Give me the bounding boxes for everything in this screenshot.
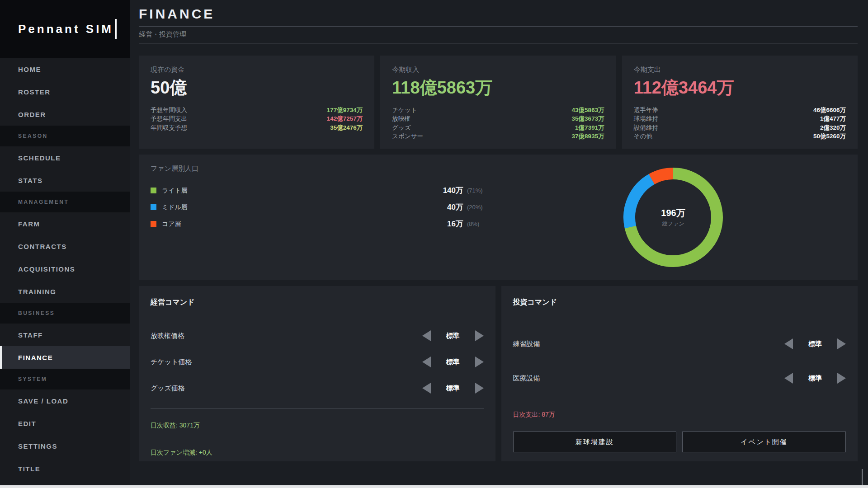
investment-card-title: 投資コマンド xyxy=(513,298,846,307)
sidebar-item-order[interactable]: ORDER xyxy=(0,103,130,126)
stepper-control: 標準 xyxy=(422,383,484,394)
fan-demographics-card: ファン層別人口 ライト層140万(71%)ミドル層40万(20%)コア層16万(… xyxy=(139,155,858,280)
sidebar-item-finance[interactable]: FINANCE xyxy=(0,346,130,369)
stepper-increase-icon[interactable] xyxy=(837,373,846,384)
command-button-2[interactable]: イベント開催 xyxy=(682,432,846,452)
legend-row: ミドル層40万(20%) xyxy=(151,199,491,216)
sidebar-item-schedule[interactable]: SCHEDULE xyxy=(0,146,130,169)
detail-row-label: 予想年間支出 xyxy=(151,114,187,123)
stepper-control: 標準 xyxy=(784,373,846,384)
horizontal-scrollbar[interactable] xyxy=(0,485,868,488)
management-steppers: 放映権価格標準チケット価格標準グッズ価格標準 xyxy=(151,329,484,395)
total-fans-label: 総ファン xyxy=(662,220,684,228)
legend-percent: (71%) xyxy=(467,187,491,194)
detail-row: 予想年間支出142億7257万 xyxy=(151,114,363,123)
sidebar-item-staff[interactable]: STAFF xyxy=(0,324,130,346)
legend-percent: (8%) xyxy=(467,221,491,227)
sidebar-item-roster[interactable]: ROSTER xyxy=(0,80,130,103)
stepper-label: 医療設備 xyxy=(513,374,540,383)
sidebar-section-season: SEASON xyxy=(0,126,130,146)
stepper-label: チケット価格 xyxy=(151,358,192,366)
detail-row: スポンサー37億8935万 xyxy=(392,132,604,141)
sidebar-item-title[interactable]: TITLE xyxy=(0,457,130,480)
summary-card-title: 現在の資金 xyxy=(151,66,363,74)
stepper-value: 標準 xyxy=(804,340,826,348)
daily-stat: 日次収益: 3071万 xyxy=(151,422,484,430)
summary-card-2: 今期収入118億5863万チケット43億5863万放映権35億3673万グッズ1… xyxy=(380,56,616,149)
sidebar-item-save-load[interactable]: SAVE / LOAD xyxy=(0,389,130,412)
sidebar-item-farm[interactable]: FARM xyxy=(0,212,130,235)
legend-row: コア層16万(8%) xyxy=(151,216,491,232)
legend-row: ライト層140万(71%) xyxy=(151,182,491,199)
sidebar-item-settings[interactable]: SETTINGS xyxy=(0,435,130,457)
stepper-increase-icon[interactable] xyxy=(475,330,484,341)
detail-row-value: 1億477万 xyxy=(820,114,846,123)
sidebar-section-business: BUSINESS xyxy=(0,303,130,324)
legend-swatch-icon xyxy=(151,221,156,227)
legend-value: 40万 xyxy=(447,202,463,212)
detail-row-label: 球場維持 xyxy=(634,114,658,123)
sidebar-nav: HOMEROSTERORDERSEASONSCHEDULESTATSMANAGE… xyxy=(0,58,130,480)
detail-row-label: 選手年俸 xyxy=(634,106,658,115)
commands-row: 経営コマンド 放映権価格標準チケット価格標準グッズ価格標準 日次収益: 3071… xyxy=(139,286,858,461)
stepper-increase-icon[interactable] xyxy=(475,383,484,394)
stepper-value: 標準 xyxy=(442,358,464,366)
detail-row-label: グッズ xyxy=(392,123,410,132)
app-logo-text: Pennant SIM xyxy=(18,22,113,36)
legend-value: 16万 xyxy=(447,219,463,229)
stepper-control: 標準 xyxy=(422,330,484,341)
legend-label: コア層 xyxy=(162,220,181,228)
stepper-label: 放映権価格 xyxy=(151,332,184,340)
sidebar-item-home[interactable]: HOME xyxy=(0,58,130,80)
command-button-1[interactable]: 新球場建設 xyxy=(513,432,677,452)
daily-stat: 日次ファン増減: +0人 xyxy=(151,449,484,457)
detail-row: 放映権35億3673万 xyxy=(392,114,604,123)
detail-row: 予想年間収入177億9734万 xyxy=(151,106,363,115)
management-commands-card: 経営コマンド 放映権価格標準チケット価格標準グッズ価格標準 日次収益: 3071… xyxy=(139,286,495,461)
legend-label: ライト層 xyxy=(162,187,188,195)
stepper-decrease-icon[interactable] xyxy=(422,330,431,341)
legend-label: ミドル層 xyxy=(162,203,188,211)
investment-steppers: 練習設備標準医療設備標準 xyxy=(513,337,846,385)
summary-card-value: 112億3464万 xyxy=(634,78,846,99)
sidebar-item-contracts[interactable]: CONTRACTS xyxy=(0,235,130,258)
stepper-row: チケット価格標準 xyxy=(151,355,484,369)
stepper-label: 練習設備 xyxy=(513,340,540,348)
sidebar-item-edit[interactable]: EDIT xyxy=(0,412,130,435)
detail-row-value: 177億9734万 xyxy=(327,106,363,115)
divider xyxy=(151,408,484,409)
detail-row: 球場維持1億477万 xyxy=(634,114,846,123)
page-title: FINANCE xyxy=(139,6,858,27)
stepper-value: 標準 xyxy=(442,384,464,393)
sidebar-section-system: SYSTEM xyxy=(0,369,130,389)
detail-row-value: 43億5863万 xyxy=(572,106,604,115)
detail-row-label: その他 xyxy=(634,132,652,141)
vertical-scrollbar-thumb[interactable] xyxy=(862,469,863,485)
logo-cursor-bar xyxy=(115,19,117,39)
stepper-row: グッズ価格標準 xyxy=(151,381,484,395)
detail-row: グッズ1億7391万 xyxy=(392,123,604,132)
detail-row-label: チケット xyxy=(392,106,417,115)
legend-swatch-icon xyxy=(151,188,156,193)
sidebar-item-stats[interactable]: STATS xyxy=(0,169,130,192)
legend-percent: (20%) xyxy=(467,204,491,211)
stepper-row: 放映権価格標準 xyxy=(151,329,484,343)
investment-buttons: 新球場建設イベント開催 xyxy=(513,432,846,452)
stepper-row: 練習設備標準 xyxy=(513,337,846,351)
stepper-decrease-icon[interactable] xyxy=(784,338,793,349)
detail-row-value: 1億7391万 xyxy=(575,123,604,132)
stepper-increase-icon[interactable] xyxy=(475,357,484,367)
daily-expense-stat: 日次支出: 87万 xyxy=(513,411,846,419)
stepper-control: 標準 xyxy=(784,338,846,349)
stepper-decrease-icon[interactable] xyxy=(422,383,431,394)
total-fans-value: 196万 xyxy=(661,207,685,219)
summary-card-value: 118億5863万 xyxy=(392,78,604,99)
legend-value: 140万 xyxy=(443,185,463,196)
detail-row-label: スポンサー xyxy=(392,132,423,141)
sidebar-item-acquisitions[interactable]: ACQUISITIONS xyxy=(0,258,130,280)
stepper-decrease-icon[interactable] xyxy=(422,357,431,367)
summary-cards: 現在の資金50億予想年間収入177億9734万予想年間支出142億7257万年間… xyxy=(139,56,858,149)
sidebar-item-training[interactable]: TRAINING xyxy=(0,280,130,303)
stepper-increase-icon[interactable] xyxy=(837,338,846,349)
stepper-decrease-icon[interactable] xyxy=(784,373,793,384)
